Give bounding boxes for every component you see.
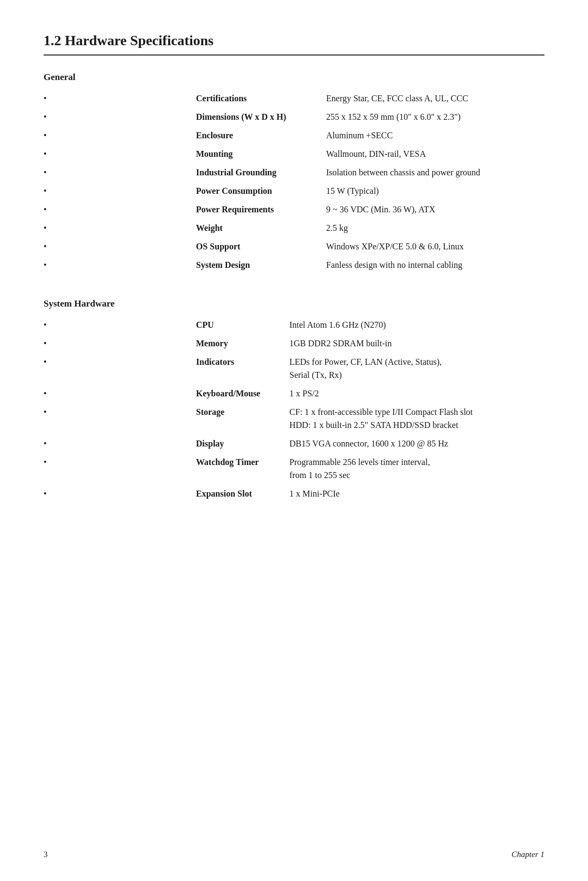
bullet: •	[44, 384, 196, 403]
footer-page-number: 3	[44, 850, 48, 859]
table-row: •DisplayDB15 VGA connector, 1600 x 1200 …	[44, 435, 544, 453]
spec-label: Power Requirements	[196, 200, 326, 219]
spec-value: Programmable 256 levels timer interval,f…	[289, 453, 544, 485]
table-row: •IndicatorsLEDs for Power, CF, LAN (Acti…	[44, 353, 544, 384]
spec-label: Indicators	[196, 353, 289, 384]
spec-value: Energy Star, CE, FCC class A, UL, CCC	[326, 89, 544, 108]
system-hardware-section: System Hardware •CPUIntel Atom 1.6 GHz (…	[44, 298, 544, 503]
footer-chapter: Chapter 1	[512, 850, 544, 859]
spec-label: Power Consumption	[196, 182, 326, 200]
bullet: •	[44, 485, 196, 503]
spec-label: Certifications	[196, 89, 326, 108]
table-row: •OS SupportWindows XPe/XP/CE 5.0 & 6.0, …	[44, 237, 544, 256]
spec-value: 9 ~ 36 VDC (Min. 36 W), ATX	[326, 200, 544, 219]
spec-value: Wallmount, DIN-rail, VESA	[326, 145, 544, 163]
general-heading: General	[44, 72, 544, 83]
spec-value: 1 x PS/2	[289, 384, 544, 403]
bullet: •	[44, 435, 196, 453]
spec-label: Memory	[196, 334, 289, 353]
spec-label: OS Support	[196, 237, 326, 256]
spec-label: Dimensions (W x D x H)	[196, 108, 326, 126]
table-row: •CPUIntel Atom 1.6 GHz (N270)	[44, 316, 544, 334]
bullet: •	[44, 237, 196, 256]
spec-label: Expansion Slot	[196, 485, 289, 503]
spec-value: Intel Atom 1.6 GHz (N270)	[289, 316, 544, 334]
bullet: •	[44, 256, 196, 274]
bullet: •	[44, 316, 196, 334]
spec-label: Enclosure	[196, 126, 326, 145]
spec-value: Windows XPe/XP/CE 5.0 & 6.0, Linux	[326, 237, 544, 256]
table-row: •Expansion Slot1 x Mini-PCIe	[44, 485, 544, 503]
table-row: •Memory1GB DDR2 SDRAM built-in	[44, 334, 544, 353]
table-row: •MountingWallmount, DIN-rail, VESA	[44, 145, 544, 163]
spec-label: Storage	[196, 403, 289, 435]
bullet: •	[44, 108, 196, 126]
spec-value: Fanless design with no internal cabling	[326, 256, 544, 274]
spec-label: Weight	[196, 219, 326, 237]
spec-label: Display	[196, 435, 289, 453]
system-hardware-table: •CPUIntel Atom 1.6 GHz (N270)•Memory1GB …	[44, 316, 544, 503]
general-section: General •CertificationsEnergy Star, CE, …	[44, 72, 544, 274]
spec-label: Watchdog Timer	[196, 453, 289, 485]
table-row: •Keyboard/Mouse1 x PS/2	[44, 384, 544, 403]
spec-value: 255 x 152 x 59 mm (10" x 6.0" x 2.3")	[326, 108, 544, 126]
bullet: •	[44, 353, 196, 384]
spec-label: Mounting	[196, 145, 326, 163]
table-row: •Dimensions (W x D x H)255 x 152 x 59 mm…	[44, 108, 544, 126]
bullet: •	[44, 89, 196, 108]
bullet: •	[44, 403, 196, 435]
spec-value: 2.5 kg	[326, 219, 544, 237]
bullet: •	[44, 334, 196, 353]
bullet: •	[44, 182, 196, 200]
spec-label: Industrial Grounding	[196, 163, 326, 182]
bullet: •	[44, 126, 196, 145]
system-hardware-heading: System Hardware	[44, 298, 544, 309]
table-row: •EnclosureAluminum +SECC	[44, 126, 544, 145]
table-row: •Power Requirements9 ~ 36 VDC (Min. 36 W…	[44, 200, 544, 219]
spec-value: CF: 1 x front-accessible type I/II Compa…	[289, 403, 544, 435]
table-row: •Watchdog TimerProgrammable 256 levels t…	[44, 453, 544, 485]
table-row: •System DesignFanless design with no int…	[44, 256, 544, 274]
table-row: •StorageCF: 1 x front-accessible type I/…	[44, 403, 544, 435]
bullet: •	[44, 219, 196, 237]
table-row: •Power Consumption15 W (Typical)	[44, 182, 544, 200]
bullet: •	[44, 453, 196, 485]
bullet: •	[44, 145, 196, 163]
spec-label: Keyboard/Mouse	[196, 384, 289, 403]
spec-value: DB15 VGA connector, 1600 x 1200 @ 85 Hz	[289, 435, 544, 453]
spec-value: Aluminum +SECC	[326, 126, 544, 145]
page-title: 1.2 Hardware Specifications	[44, 33, 544, 56]
spec-value: 15 W (Typical)	[326, 182, 544, 200]
bullet: •	[44, 163, 196, 182]
spec-label: System Design	[196, 256, 326, 274]
spec-value: Isolation between chassis and power grou…	[326, 163, 544, 182]
spec-value: 1 x Mini-PCIe	[289, 485, 544, 503]
footer: 3 Chapter 1	[0, 850, 588, 859]
table-row: •CertificationsEnergy Star, CE, FCC clas…	[44, 89, 544, 108]
general-table: •CertificationsEnergy Star, CE, FCC clas…	[44, 89, 544, 274]
bullet: •	[44, 200, 196, 219]
spec-value: 1GB DDR2 SDRAM built-in	[289, 334, 544, 353]
table-row: •Weight2.5 kg	[44, 219, 544, 237]
spec-value: LEDs for Power, CF, LAN (Active, Status)…	[289, 353, 544, 384]
table-row: •Industrial GroundingIsolation between c…	[44, 163, 544, 182]
spec-label: CPU	[196, 316, 289, 334]
